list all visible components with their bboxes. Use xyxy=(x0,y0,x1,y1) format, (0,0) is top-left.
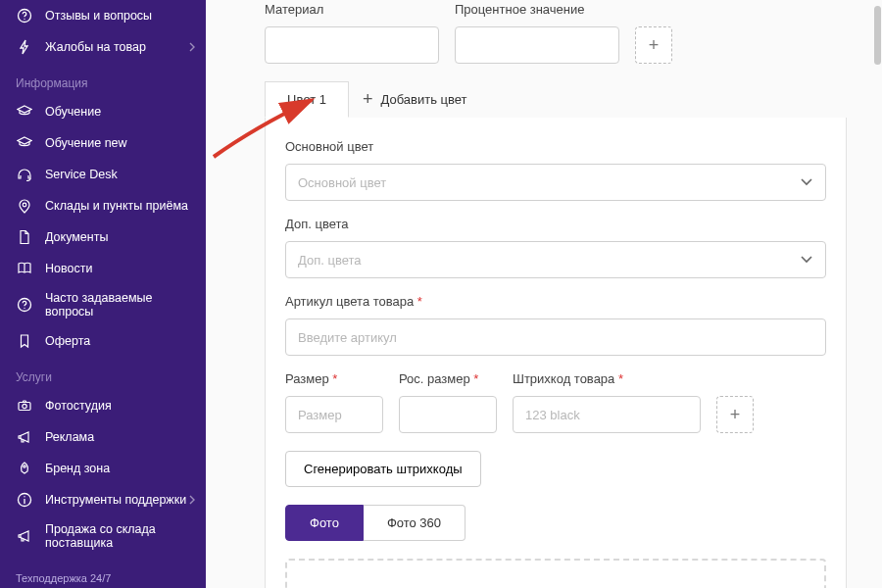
size-label: Размер xyxy=(285,371,383,386)
svg-point-2 xyxy=(23,203,26,207)
barcode-label: Штрихкод товара xyxy=(513,371,701,386)
sku-input[interactable] xyxy=(285,318,826,356)
sidebar-label: Инструменты поддержки xyxy=(45,493,186,507)
svg-point-4 xyxy=(24,308,24,309)
ru-size-input[interactable] xyxy=(399,396,497,433)
support-label: Техподдержка 24/7 xyxy=(16,570,190,587)
sku-label: Артикул цвета товара xyxy=(285,294,826,309)
extra-color-select[interactable]: Доп. цвета xyxy=(285,241,826,278)
size-input[interactable] xyxy=(285,396,383,433)
sidebar-label: Обучение xyxy=(45,105,101,119)
sidebar-label: Реклама xyxy=(45,430,94,444)
graduation-icon xyxy=(16,134,33,152)
sidebar-label: Оферта xyxy=(45,334,90,348)
document-icon xyxy=(16,228,33,246)
sidebar-item-warehouses[interactable]: Склады и пункты приёма xyxy=(0,190,206,221)
bookmark-icon xyxy=(16,332,33,350)
add-color-button[interactable]: + Добавить цвет xyxy=(349,89,481,110)
add-size-button[interactable]: + xyxy=(716,396,754,433)
tab-photo[interactable]: Фото xyxy=(285,505,364,541)
percent-label: Процентное значение xyxy=(455,2,619,17)
material-label: Материал xyxy=(265,2,439,17)
pin-icon xyxy=(16,197,33,215)
sidebar-label: Service Desk xyxy=(45,168,118,181)
add-color-label: Добавить цвет xyxy=(381,92,467,107)
file-dropzone[interactable]: + Нажмите или перетяните сюда файл xyxy=(285,559,826,588)
sidebar-item-service-desk[interactable]: Service Desk xyxy=(0,159,206,190)
sidebar-label: Продажа со склада поставщика xyxy=(45,522,194,550)
material-input[interactable] xyxy=(265,26,439,64)
select-placeholder: Доп. цвета xyxy=(298,253,362,268)
megaphone-icon xyxy=(16,428,33,446)
sidebar-item-brand-zone[interactable]: Бренд зона xyxy=(0,453,206,484)
sidebar-label: Фотостудия xyxy=(45,399,112,413)
sidebar-item-support-tools[interactable]: Инструменты поддержки xyxy=(0,484,206,515)
sidebar-item-ads[interactable]: Реклама xyxy=(0,421,206,453)
sidebar-label: Обучение new xyxy=(45,136,127,150)
sidebar-item-complaints[interactable]: Жалобы на товар xyxy=(0,31,206,63)
sidebar-item-reviews[interactable]: Отзывы и вопросы xyxy=(0,0,206,31)
sidebar-item-offer[interactable]: Оферта xyxy=(0,325,206,357)
sidebar-label: Новости xyxy=(45,262,92,275)
add-material-button[interactable]: + xyxy=(635,26,672,64)
sidebar-section-info: Информация xyxy=(0,63,206,96)
color-panel: Основной цвет Основной цвет Доп. цвета Д… xyxy=(265,118,847,588)
main-content: Материал Процентное значение + Цвет 1 + … xyxy=(206,0,882,588)
scrollbar[interactable] xyxy=(874,6,881,65)
question-circle-icon xyxy=(16,296,33,314)
chevron-right-icon xyxy=(188,42,196,52)
camera-icon xyxy=(16,397,33,415)
main-color-select[interactable]: Основной цвет xyxy=(285,164,826,201)
sidebar-item-edu-new[interactable]: Обучение new xyxy=(0,127,206,159)
svg-point-9 xyxy=(24,496,24,497)
chevron-down-icon xyxy=(800,255,813,265)
main-color-label: Основной цвет xyxy=(285,139,826,154)
tab-photo360[interactable]: Фото 360 xyxy=(364,505,466,541)
barcode-input[interactable] xyxy=(513,396,701,433)
headset-icon xyxy=(16,166,33,183)
graduation-icon xyxy=(16,103,33,121)
svg-point-6 xyxy=(23,404,26,408)
info-circle-icon xyxy=(16,491,33,509)
sidebar-label: Отзывы и вопросы xyxy=(45,9,152,23)
color-tabs: Цвет 1 + Добавить цвет xyxy=(265,81,847,118)
percent-input[interactable] xyxy=(455,26,619,64)
media-tabs: Фото Фото 360 xyxy=(285,505,826,541)
svg-point-1 xyxy=(24,19,24,20)
tab-color1[interactable]: Цвет 1 xyxy=(265,81,349,118)
svg-point-7 xyxy=(24,466,25,467)
sidebar-support-footer: Техподдержка 24/7 +7 (495) 663-72-96 xyxy=(0,557,206,588)
question-circle-icon xyxy=(16,7,33,24)
generate-barcodes-button[interactable]: Сгенерировать штрихкоды xyxy=(285,451,481,487)
plus-icon: + xyxy=(363,89,373,110)
sidebar-item-supplier-sale[interactable]: Продажа со склада поставщика xyxy=(0,515,206,557)
extra-color-label: Доп. цвета xyxy=(285,217,826,231)
rocket-icon xyxy=(16,460,33,477)
ru-size-label: Рос. размер xyxy=(399,371,497,386)
sidebar-label: Жалобы на товар xyxy=(45,40,146,54)
sidebar-item-edu[interactable]: Обучение xyxy=(0,96,206,127)
chevron-down-icon xyxy=(800,177,813,187)
chevron-right-icon xyxy=(188,495,196,505)
sidebar-label: Бренд зона xyxy=(45,462,110,475)
book-icon xyxy=(16,260,33,277)
sidebar-label: Документы xyxy=(45,230,108,244)
sidebar-item-faq[interactable]: Часто задаваемые вопросы xyxy=(0,284,206,325)
sidebar-label: Часто задаваемые вопросы xyxy=(45,291,194,318)
sidebar-section-services: Услуги xyxy=(0,357,206,390)
sidebar-item-news[interactable]: Новости xyxy=(0,253,206,284)
sidebar-item-docs[interactable]: Документы xyxy=(0,221,206,253)
megaphone-icon xyxy=(16,527,33,545)
sidebar: Отзывы и вопросы Жалобы на товар Информа… xyxy=(0,0,206,588)
select-placeholder: Основной цвет xyxy=(298,175,386,190)
lightning-icon xyxy=(16,38,33,56)
sidebar-label: Склады и пункты приёма xyxy=(45,199,188,213)
sidebar-item-photostudio[interactable]: Фотостудия xyxy=(0,390,206,421)
